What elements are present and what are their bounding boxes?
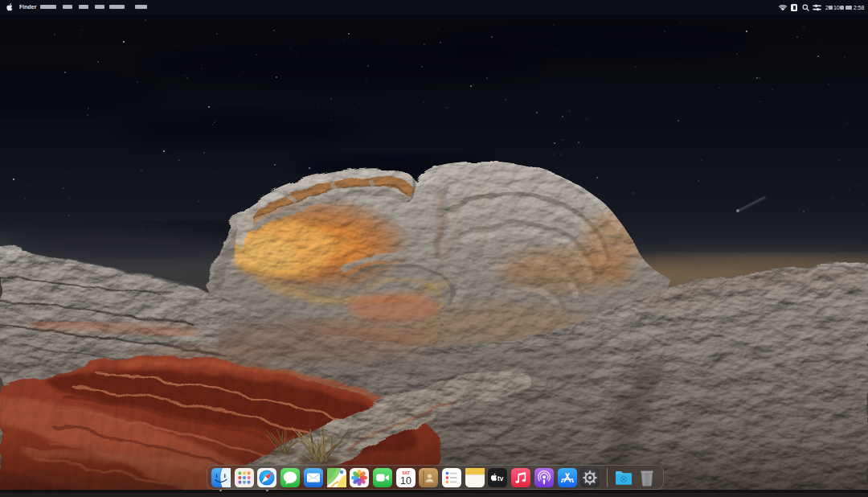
svg-text:tv: tv xyxy=(497,474,504,483)
svg-text:10: 10 xyxy=(400,475,411,487)
